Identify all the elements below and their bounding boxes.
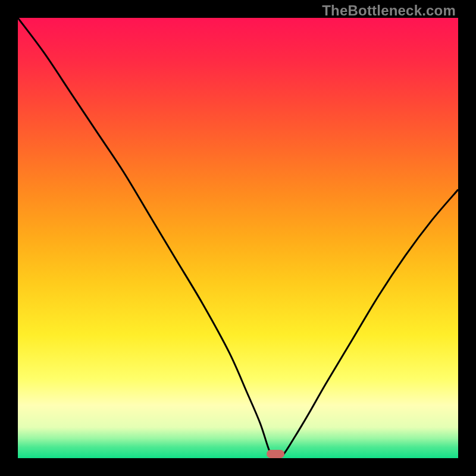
watermark-text: TheBottleneck.com bbox=[322, 2, 456, 19]
bottleneck-curve bbox=[18, 18, 458, 458]
curve-path bbox=[18, 18, 458, 458]
chart-frame: TheBottleneck.com bbox=[0, 0, 476, 476]
optimal-marker bbox=[267, 450, 284, 458]
plot-area bbox=[18, 18, 458, 458]
